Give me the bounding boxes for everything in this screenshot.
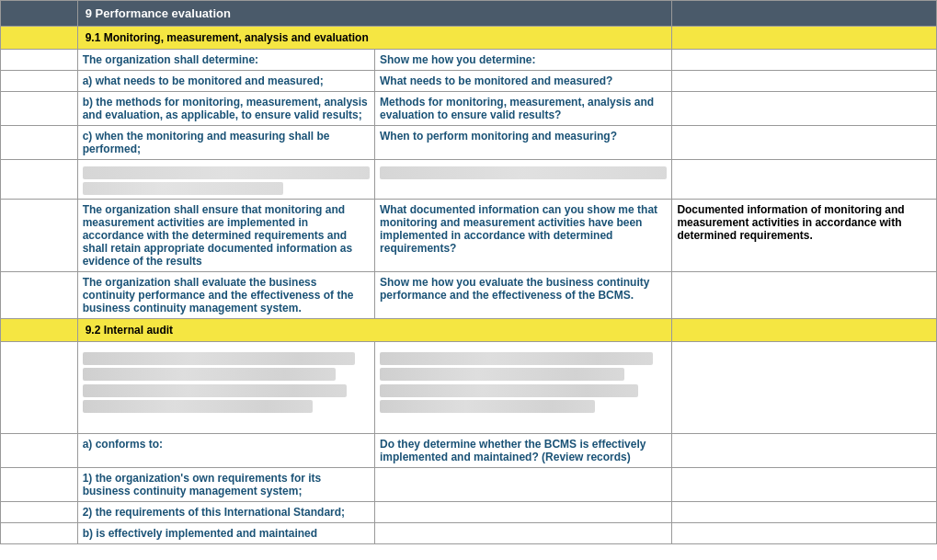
row-col4-ensure: Documented information of monitoring and…: [672, 200, 937, 272]
row-col3-effectively: [375, 523, 672, 544]
section92-col1: [1, 319, 78, 342]
section91-title: 9.1 Monitoring, measurement, analysis an…: [77, 27, 672, 50]
row-col3-own-req: [375, 468, 672, 502]
row-col1: [1, 434, 78, 468]
row-col4-effectively: [672, 523, 937, 544]
table-row: c) when the monitoring and measuring sha…: [1, 126, 937, 160]
blurred-tall-col4: [672, 342, 937, 434]
blurred-col1: [1, 160, 78, 200]
table-row: b) the methods for monitoring, measureme…: [1, 92, 937, 126]
row-col1: [1, 92, 78, 126]
row-col3-methods: Methods for monitoring, measurement, ana…: [375, 92, 672, 126]
section91-header-row: 9.1 Monitoring, measurement, analysis an…: [1, 27, 937, 50]
section9-title: 9 Performance evaluation: [77, 1, 672, 27]
row-col1: [1, 50, 78, 71]
blurred-tall-col1: [1, 342, 78, 434]
row-col2-own-req: 1) the organization's own requirements f…: [77, 468, 374, 502]
row-col2-methods: b) the methods for monitoring, measureme…: [77, 92, 374, 126]
blurred-tall-col3: [375, 342, 672, 434]
row-col2-determine: The organization shall determine:: [77, 50, 374, 71]
row-col1: [1, 126, 78, 160]
row-col2-monitored: a) what needs to be monitored and measur…: [77, 71, 374, 92]
row-col1: [1, 272, 78, 319]
blurred-col3: [375, 160, 672, 200]
row-col2-when: c) when the monitoring and measuring sha…: [77, 126, 374, 160]
section92-header-row: 9.2 Internal audit: [1, 319, 937, 342]
row-col3-evaluate: Show me how you evaluate the business co…: [375, 272, 672, 319]
section91-col4: [672, 27, 937, 50]
blurred-col4: [672, 160, 937, 200]
section92-col4: [672, 319, 937, 342]
row-col3-intl-std: [375, 502, 672, 523]
row-col4-determine: [672, 50, 937, 71]
row-col2-intl-std: 2) the requirements of this Internationa…: [77, 502, 374, 523]
section92-title: 9.2 Internal audit: [77, 319, 672, 342]
table-row: The organization shall determine: Show m…: [1, 50, 937, 71]
row-col2-ensure: The organization shall ensure that monit…: [77, 200, 374, 272]
table-row: a) what needs to be monitored and measur…: [1, 71, 937, 92]
row-col3-conforms: Do they determine whether the BCMS is ef…: [375, 434, 672, 468]
table-row: a) conforms to: Do they determine whethe…: [1, 434, 937, 468]
row-col3-determine: Show me how you determine:: [375, 50, 672, 71]
table-row: b) is effectively implemented and mainta…: [1, 523, 937, 544]
row-col1: [1, 71, 78, 92]
row-col1: [1, 200, 78, 272]
table-row: The organization shall ensure that monit…: [1, 200, 937, 272]
row-col1: [1, 523, 78, 544]
row-col4-conforms: [672, 434, 937, 468]
section91-col1: [1, 27, 78, 50]
row-col3-when: When to perform monitoring and measuring…: [375, 126, 672, 160]
section9-col4: [672, 1, 937, 27]
row-col3-monitored: What needs to be monitored and measured?: [375, 71, 672, 92]
row-col4-when: [672, 126, 937, 160]
table-row: The organization shall evaluate the busi…: [1, 272, 937, 319]
blurred-tall-row: [1, 342, 937, 434]
row-col2-conforms: a) conforms to:: [77, 434, 374, 468]
row-col2-evaluate: The organization shall evaluate the busi…: [77, 272, 374, 319]
row-col4-methods: [672, 92, 937, 126]
row-col1: [1, 502, 78, 523]
section9-header-row: 9 Performance evaluation: [1, 1, 937, 27]
row-col2-effectively: b) is effectively implemented and mainta…: [77, 523, 374, 544]
table-row: 2) the requirements of this Internationa…: [1, 502, 937, 523]
blurred-tall-col2: [77, 342, 374, 434]
row-col4-intl-std: [672, 502, 937, 523]
row-col4-monitored: [672, 71, 937, 92]
row-col3-ensure: What documented information can you show…: [375, 200, 672, 272]
blurred-col2: [77, 160, 374, 200]
table-row: 1) the organization's own requirements f…: [1, 468, 937, 502]
row-col1: [1, 468, 78, 502]
row-col4-evaluate: [672, 272, 937, 319]
section9-col1: [1, 1, 78, 27]
row-col4-own-req: [672, 468, 937, 502]
blurred-row: [1, 160, 937, 200]
